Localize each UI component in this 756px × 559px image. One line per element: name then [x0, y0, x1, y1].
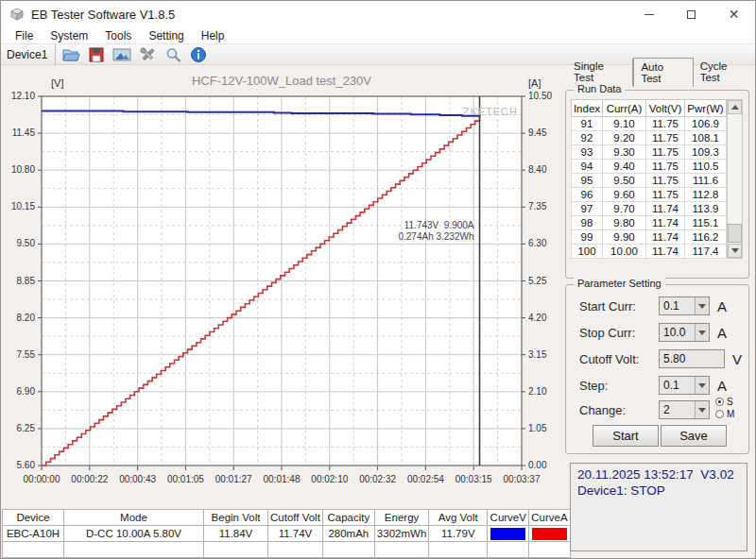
menu-item-system[interactable]: System: [42, 29, 96, 42]
stop-curr-label: Stop Curr:: [579, 326, 645, 340]
start-curr-row: Start Curr: 0.1 A: [579, 296, 645, 315]
minimize-icon: [644, 14, 654, 15]
svg-text:1.05: 1.05: [528, 423, 547, 433]
run-data-cell: 108.1: [685, 131, 727, 145]
cursor-readout-line1: 11.743V 9.900A: [404, 220, 474, 230]
close-button[interactable]: ✕: [713, 1, 755, 27]
run-data-cell: 100: [572, 245, 603, 259]
status-device-state: Device1: STOP: [577, 483, 740, 499]
table-row[interactable]: 10010.0011.74117.4: [572, 245, 727, 259]
minimize-button[interactable]: [627, 1, 670, 27]
svg-text:00:02:54: 00:02:54: [407, 474, 444, 484]
menu-item-file[interactable]: File: [7, 29, 42, 42]
run-data-cell: 98: [572, 216, 603, 230]
info-icon[interactable]: [188, 45, 209, 64]
run-data-column-header: Curr(A): [603, 100, 646, 117]
summary-cell: 3302mWh: [374, 526, 428, 542]
run-data-column-header: Index: [572, 100, 603, 117]
run-data-cell: 9.10: [603, 117, 646, 131]
svg-text:8.85: 8.85: [17, 276, 36, 286]
summary-cell: [322, 542, 374, 558]
svg-text:10.50: 10.50: [528, 91, 552, 101]
device-tab[interactable]: Device1: [1, 43, 56, 65]
tools-icon[interactable]: [137, 45, 158, 64]
chevron-down-icon[interactable]: [695, 401, 709, 418]
run-data-cell: 112.8: [685, 188, 727, 202]
run-data-scrollbar[interactable]: [727, 99, 743, 259]
tab-single-test[interactable]: Single Test: [567, 59, 633, 86]
table-row[interactable]: 989.8011.74115.1: [572, 216, 727, 230]
table-row[interactable]: 929.2011.75108.1: [572, 131, 727, 145]
svg-text:10.15: 10.15: [11, 201, 35, 212]
chevron-down-icon[interactable]: [695, 297, 709, 314]
chevron-down-icon[interactable]: [695, 324, 709, 341]
run-data-cell: 109.3: [685, 145, 727, 160]
scroll-down-button[interactable]: [728, 244, 742, 258]
run-data-cell: 110.5: [685, 160, 727, 174]
chart-graphics: 00:00:0000:00:2200:00:4300:01:0500:01:27…: [11, 91, 552, 484]
start-button[interactable]: Start: [593, 425, 659, 447]
menu-item-tools[interactable]: Tools: [96, 29, 140, 42]
radio-selected-icon: [715, 398, 724, 406]
app-icon: [9, 7, 25, 22]
scrollbar-thumb[interactable]: [728, 224, 742, 243]
cutoff-volt-input[interactable]: 5.80: [659, 349, 725, 368]
run-data-cell: 97: [572, 202, 603, 216]
step-select[interactable]: 0.1: [659, 376, 710, 395]
chevron-down-icon[interactable]: [695, 377, 709, 394]
stop-curr-value: 10.0: [660, 326, 695, 339]
summary-cell: 11.74V: [268, 526, 323, 542]
step-unit: A: [717, 378, 727, 394]
summary-cell: D-CC 10.00A 5.80V: [64, 526, 204, 542]
run-data-cell: 11.74: [646, 216, 685, 230]
change-label: Change:: [579, 403, 645, 417]
change-select[interactable]: 2: [659, 400, 710, 419]
save-icon[interactable]: [86, 45, 107, 64]
run-data-cell: 111.6: [685, 174, 727, 188]
start-curr-select[interactable]: 0.1: [659, 296, 710, 315]
table-row[interactable]: 919.1011.75106.9: [572, 117, 727, 131]
table-row[interactable]: 999.9011.74116.2: [572, 230, 727, 245]
table-row[interactable]: 969.6011.75112.8: [572, 188, 727, 202]
run-data-cell: 94: [572, 160, 603, 174]
triangle-down-icon: [731, 248, 739, 253]
svg-text:6.90: 6.90: [17, 386, 36, 397]
chart-plot[interactable]: 00:00:0000:00:2200:00:4300:01:0500:01:27…: [1, 65, 560, 508]
tab-cycle-test[interactable]: Cycle Test: [694, 59, 756, 86]
summary-column-header: Device: [3, 510, 64, 526]
tab-auto-test[interactable]: Auto Test: [633, 58, 693, 87]
svg-text:00:01:48: 00:01:48: [264, 474, 301, 484]
svg-text:6.30: 6.30: [528, 238, 547, 248]
svg-text:2.10: 2.10: [528, 386, 547, 397]
table-row[interactable]: 949.4011.75110.5: [572, 160, 727, 174]
svg-text:00:02:32: 00:02:32: [359, 474, 396, 484]
svg-text:00:00:00: 00:00:00: [24, 474, 60, 484]
run-data-cell: 92: [572, 131, 603, 145]
run-data-cell: 11.75: [646, 131, 685, 145]
watermark: ZKETECH: [463, 106, 518, 117]
menu-item-help[interactable]: Help: [193, 29, 233, 42]
summary-cell: [268, 542, 323, 558]
radio-seconds[interactable]: S: [715, 396, 734, 408]
save-button[interactable]: Save: [661, 425, 727, 447]
summary-column-header: Mode: [64, 510, 204, 526]
open-folder-icon[interactable]: [60, 45, 81, 64]
summary-cell: 11.79V: [429, 526, 488, 542]
table-row[interactable]: 939.3011.75109.3: [572, 145, 727, 160]
stop-curr-select[interactable]: 10.0: [659, 323, 710, 342]
radio-minutes[interactable]: M: [715, 408, 734, 420]
radio-seconds-label: S: [727, 397, 733, 407]
search-icon[interactable]: [163, 45, 183, 64]
cutoff-volt-label: Cutoff Volt:: [579, 352, 645, 366]
table-row[interactable]: 979.7011.74113.9: [572, 202, 727, 216]
menu-item-setting[interactable]: Setting: [140, 29, 192, 42]
triangle-up-icon: [731, 105, 739, 110]
scroll-up-button[interactable]: [728, 100, 742, 114]
svg-text:00:03:15: 00:03:15: [455, 474, 492, 484]
svg-text:00:01:05: 00:01:05: [167, 474, 204, 484]
summary-cell: [64, 542, 204, 558]
table-row[interactable]: 959.5011.75111.6: [572, 174, 727, 188]
maximize-button[interactable]: [670, 1, 713, 27]
image-export-icon[interactable]: [112, 45, 132, 64]
status-datetime-version: 20.11.2025 13:52:17 V3.02: [577, 466, 740, 483]
